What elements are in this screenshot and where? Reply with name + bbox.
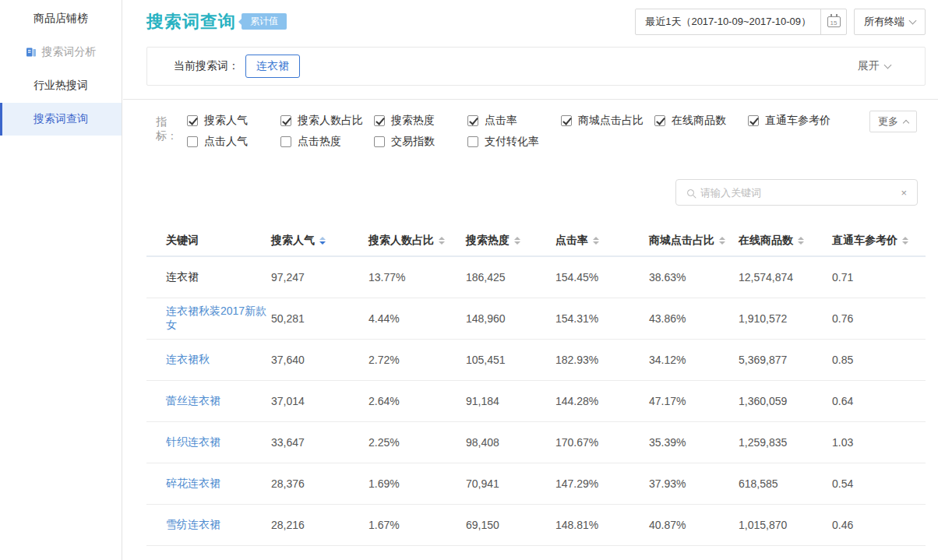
value-cell: 4.44% [368,312,466,325]
table-row: 雪纺连衣裙 28,216 1.67% 69,150 148.81% 40.87%… [146,505,926,546]
checkbox-icon[interactable] [654,115,665,126]
cumulative-badge: 累计值 [242,13,287,30]
sort-icon[interactable] [798,237,804,245]
keyword-link[interactable]: 蕾丝连衣裙 [166,394,271,408]
value-cell: 144.28% [555,395,649,407]
checkbox-icon[interactable] [374,115,385,126]
metric-mall-click-ratio[interactable]: 商城点击占比 [561,114,654,128]
value-cell: 182.93% [555,354,649,366]
value-cell: 0.76 [832,312,926,325]
metric-click-rate[interactable]: 点击率 [467,114,561,128]
checkbox-icon[interactable] [280,115,291,126]
value-cell: 37.93% [649,477,739,490]
checkbox-icon[interactable] [187,115,198,126]
sidebar-item-search-word-query[interactable]: 搜索词查询 [0,103,122,136]
metrics-row-1: 搜索人气 搜索人数占比 搜索热度 点击率 商城点击占比 [187,114,830,128]
sort-icon[interactable] [902,237,908,245]
sidebar: 商品店铺榜 搜索词分析 行业热搜词 搜索词查询 [0,0,122,560]
sort-icon[interactable] [514,237,520,245]
sidebar-item-label: 搜索词查询 [34,112,88,126]
sidebar-item-search-word-analysis[interactable]: 搜索词分析 [0,36,122,69]
metrics-row-2: 点击人气 点击热度 交易指数 支付转化率 [187,135,830,149]
value-cell: 170.67% [555,436,649,449]
sort-icon[interactable] [319,237,326,245]
value-cell: 148,960 [466,312,555,325]
metric-payment-conversion[interactable]: 支付转化率 [467,135,539,149]
value-cell: 0.54 [832,477,926,490]
value-cell: 1.69% [368,477,466,490]
topbar: 搜索词查询 累计值 最近1天（2017-10-09~2017-10-09） 15… [123,0,938,100]
value-cell: 0.85 [832,354,926,366]
col-header-search-user-ratio[interactable]: 搜索人数占比 [368,234,466,248]
value-cell: 1,360,059 [739,395,832,407]
keyword-link[interactable]: 碎花连衣裙 [166,477,271,491]
metric-transaction-index[interactable]: 交易指数 [374,135,467,149]
table-header-row: 关键词 搜索人气 搜索人数占比 搜索热度 点击率 商城点击占比 [146,226,926,257]
metric-click-heat[interactable]: 点击热度 [280,135,374,149]
metric-search-heat[interactable]: 搜索热度 [374,114,467,128]
checkbox-icon[interactable] [187,136,198,147]
value-cell: 2.64% [368,395,466,407]
keyword-link[interactable]: 连衣裙秋装2017新款女 [166,305,271,333]
col-header-search-popularity[interactable]: 搜索人气 [271,234,368,248]
sort-icon[interactable] [719,237,725,245]
table-row: 碎花连衣裙 28,376 1.69% 70,941 147.29% 37.93%… [146,463,926,505]
value-cell: 28,376 [271,477,368,490]
keyword-link[interactable]: 连衣裙秋 [166,353,271,367]
current-search-term-chip[interactable]: 连衣裙 [245,55,300,78]
col-header-click-rate[interactable]: 点击率 [555,234,649,248]
checkbox-icon[interactable] [467,115,478,126]
metric-online-products[interactable]: 在线商品数 [654,114,748,128]
expand-toggle[interactable]: 展开 [858,59,890,73]
metric-search-user-ratio[interactable]: 搜索人数占比 [280,114,374,128]
terminal-dropdown[interactable]: 所有终端 [854,9,926,35]
value-cell: 2.25% [368,436,466,449]
value-cell: 28,216 [271,519,368,531]
value-cell: 43.86% [649,312,739,325]
checkbox-icon[interactable] [374,136,385,147]
date-range-picker[interactable]: 最近1天（2017-10-09~2017-10-09） 15 [635,9,847,35]
keyword-link[interactable]: 针织连衣裙 [166,435,271,449]
col-header-mall-click-ratio[interactable]: 商城点击占比 [649,234,739,248]
col-header-online-products[interactable]: 在线商品数 [739,234,832,248]
value-cell: 2.72% [368,354,466,366]
table-row: 连衣裙 97,247 13.77% 186,425 154.45% 38.63%… [146,257,926,298]
value-cell: 618,585 [739,477,832,490]
chevron-down-icon [909,16,917,24]
sidebar-item-label: 搜索词分析 [42,45,97,59]
keyword-search-input[interactable] [700,187,901,199]
checkbox-icon[interactable] [467,136,478,147]
table-row: 连衣裙秋装2017新款女 50,281 4.44% 148,960 154.31… [146,298,926,340]
keyword-link[interactable]: 雪纺连衣裙 [166,518,271,532]
clear-icon[interactable]: × [901,187,907,199]
value-cell: 154.31% [555,312,649,325]
sidebar-item-industry-hot-words[interactable]: 行业热搜词 [0,69,122,102]
metric-search-popularity[interactable]: 搜索人气 [187,114,280,128]
checkbox-icon[interactable] [748,115,759,126]
value-cell: 147.29% [555,477,649,490]
sort-icon[interactable] [593,237,599,245]
analysis-icon [26,47,37,58]
value-cell: 154.45% [555,271,649,284]
sort-icon[interactable] [439,237,445,245]
value-cell: 0.64 [832,395,926,407]
value-cell: 1,910,572 [739,312,832,325]
sidebar-item-product-shop-rank[interactable]: 商品店铺榜 [0,2,122,35]
value-cell: 35.39% [649,436,739,449]
more-button[interactable]: 更多 [869,111,917,132]
value-cell: 97,247 [271,271,368,284]
checkbox-icon[interactable] [280,136,291,147]
table-row: 连衣裙秋 37,640 2.72% 105,451 182.93% 34.12%… [146,340,926,381]
keyword-search-box: × [675,179,918,206]
value-cell: 105,451 [466,354,555,366]
calendar-button[interactable]: 15 [820,9,846,34]
metrics-panel: 指标： 搜索人气 搜索人数占比 搜索热度 点击率 [146,114,830,149]
checkbox-icon[interactable] [561,115,572,126]
value-cell: 148.81% [555,519,649,531]
value-cell: 1,259,835 [739,436,832,449]
value-cell: 98,408 [466,436,555,449]
col-header-search-heat[interactable]: 搜索热度 [466,234,555,248]
metric-click-popularity[interactable]: 点击人气 [187,135,280,149]
col-header-ztc-reference-price[interactable]: 直通车参考价 [832,234,926,248]
metric-ztc-reference-price[interactable]: 直通车参考价 [748,114,830,128]
